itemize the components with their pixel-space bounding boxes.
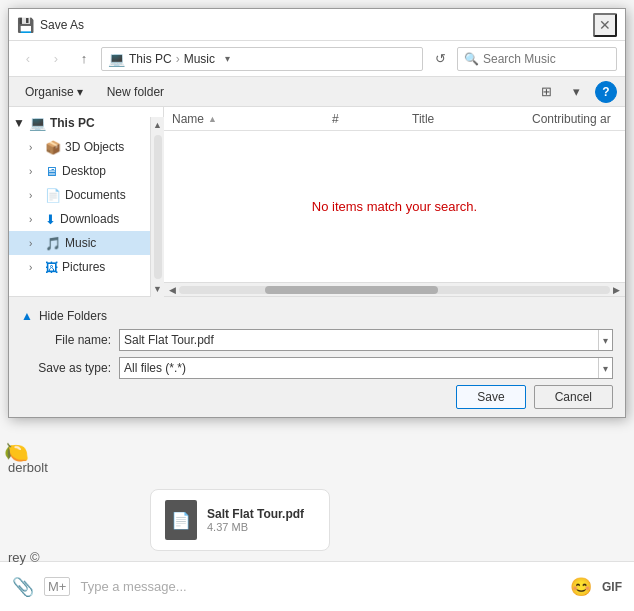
desktop-label: Desktop: [62, 164, 106, 178]
hide-folders-label: Hide Folders: [39, 309, 107, 323]
breadcrumb-part1: This PC: [129, 52, 172, 66]
chat-file-name: Salt Flat Tour.pdf: [207, 507, 304, 521]
music-icon: 🎵: [45, 236, 61, 251]
col-name-label: Name: [172, 112, 204, 126]
col-header-name: Name ▲: [164, 112, 324, 126]
expand-icon-3d: ›: [29, 142, 41, 153]
filename-input[interactable]: [124, 333, 598, 347]
3dobjects-label: 3D Objects: [65, 140, 124, 154]
sidebar-item-documents[interactable]: › 📄 Documents: [9, 183, 163, 207]
title-bar: 💾 Save As ✕: [9, 9, 625, 41]
col-header-num: #: [324, 112, 404, 126]
hscroll-right-arrow[interactable]: ▶: [610, 285, 623, 295]
savetype-label: Save as type:: [21, 361, 111, 375]
vscroll-track: [154, 135, 162, 279]
hide-folders-icon: ▲: [21, 309, 33, 323]
sidebar-label-rey: rey ©: [0, 550, 40, 565]
sidebar-item-downloads[interactable]: › ⬇ Downloads: [9, 207, 163, 231]
savetype-input[interactable]: [124, 361, 598, 375]
music-label: Music: [65, 236, 96, 250]
buttons-row: Save Cancel: [21, 385, 613, 409]
attachment-icon[interactable]: 📎: [12, 576, 34, 598]
vscroll-up-arrow[interactable]: ▲: [153, 117, 162, 133]
file-sidebar: ▲ ▼ ▼ 💻 This PC › 📦 3D Objects › 🖥 Deskt…: [9, 107, 164, 296]
organise-toolbar: Organise ▾ New folder ⊞ ▾ ?: [9, 77, 625, 107]
savetype-row: Save as type: ▾: [21, 357, 613, 379]
view-dropdown-button[interactable]: ▾: [565, 81, 587, 103]
expand-icon-thispc: ▼: [13, 116, 25, 130]
expand-icon-pictures: ›: [29, 262, 41, 273]
file-area: Name ▲ # Title Contributing ar No items …: [164, 107, 625, 296]
up-button[interactable]: ↑: [73, 48, 95, 70]
col-num-label: #: [332, 112, 339, 126]
sidebar-section-thispc[interactable]: ▼ 💻 This PC: [9, 111, 163, 135]
thispc-label: This PC: [50, 116, 95, 130]
hscroll-track: [179, 286, 610, 294]
dialog-title-icon: 💾: [17, 17, 34, 33]
dialog-title: Save As: [40, 18, 593, 32]
sidebar-item-desktop[interactable]: › 🖥 Desktop: [9, 159, 163, 183]
downloads-label: Downloads: [60, 212, 119, 226]
sidebar-item-pictures[interactable]: › 🖼 Pictures: [9, 255, 163, 279]
gif-icon[interactable]: GIF: [602, 580, 622, 594]
expand-icon-downloads: ›: [29, 214, 41, 225]
back-button[interactable]: ‹: [17, 48, 39, 70]
hscroll-left-arrow[interactable]: ◀: [166, 285, 179, 295]
organise-dropdown-icon: ▾: [77, 85, 83, 99]
vscroll-down-arrow[interactable]: ▼: [153, 281, 162, 296]
chat-input-bar: 📎 M+ Type a message... 😊 GIF: [0, 561, 634, 611]
hide-folders-row[interactable]: ▲ Hide Folders: [21, 305, 613, 329]
chat-file-info: Salt Flat Tour.pdf 4.37 MB: [207, 507, 304, 533]
savetype-dropdown-arrow[interactable]: ▾: [598, 358, 608, 378]
copyright-icon: ©: [30, 550, 40, 565]
col-header-contrib: Contributing ar: [524, 112, 625, 126]
documents-icon: 📄: [45, 188, 61, 203]
expand-icon-music: ›: [29, 238, 41, 249]
documents-label: Documents: [65, 188, 126, 202]
pictures-icon: 🖼: [45, 260, 58, 275]
sidebar-label-derbolt: derbolt: [0, 460, 48, 475]
organise-button[interactable]: Organise ▾: [17, 81, 91, 103]
close-button[interactable]: ✕: [593, 13, 617, 37]
new-folder-button[interactable]: New folder: [99, 81, 172, 103]
chat-input[interactable]: Type a message...: [80, 579, 560, 594]
hscrollbar[interactable]: ◀ ▶: [164, 282, 625, 296]
breadcrumb-pc-icon: 💻: [108, 51, 125, 67]
chat-file-bubble: 📄 Salt Flat Tour.pdf 4.37 MB: [150, 489, 330, 551]
sidebar-item-music[interactable]: › 🎵 Music: [9, 231, 163, 255]
search-input[interactable]: [483, 52, 610, 66]
emoji-icon[interactable]: 😊: [570, 576, 592, 598]
dialog-bottom: ▲ Hide Folders File name: ▾ Save as type…: [9, 296, 625, 417]
format-icon[interactable]: M+: [44, 577, 70, 596]
thispc-icon: 💻: [29, 115, 46, 131]
view-button[interactable]: ⊞: [535, 81, 557, 103]
file-empty-message: No items match your search.: [164, 131, 625, 282]
col-title-label: Title: [412, 112, 434, 126]
sort-icon: ▲: [208, 114, 217, 124]
hscroll-thumb: [265, 286, 437, 294]
empty-text: No items match your search.: [312, 199, 477, 214]
sidebar-item-3dobjects[interactable]: › 📦 3D Objects: [9, 135, 163, 159]
file-icon: 📄: [165, 500, 197, 540]
vscrollbar[interactable]: ▲ ▼: [150, 117, 164, 296]
breadcrumb-sep1: ›: [176, 52, 180, 66]
refresh-button[interactable]: ↺: [429, 48, 451, 70]
rey-label: rey: [8, 550, 26, 565]
breadcrumb: 💻 This PC › Music ▾: [101, 47, 423, 71]
file-header: Name ▲ # Title Contributing ar: [164, 107, 625, 131]
search-box: 🔍: [457, 47, 617, 71]
expand-icon-docs: ›: [29, 190, 41, 201]
breadcrumb-part2: Music: [184, 52, 215, 66]
help-button[interactable]: ?: [595, 81, 617, 103]
breadcrumb-dropdown-button[interactable]: ▾: [219, 47, 235, 71]
desktop-icon: 🖥: [45, 164, 58, 179]
save-button[interactable]: Save: [456, 385, 525, 409]
col-header-title: Title: [404, 112, 524, 126]
cancel-button[interactable]: Cancel: [534, 385, 613, 409]
filename-input-wrap: ▾: [119, 329, 613, 351]
main-content: ▲ ▼ ▼ 💻 This PC › 📦 3D Objects › 🖥 Deskt…: [9, 107, 625, 296]
forward-button[interactable]: ›: [45, 48, 67, 70]
filename-dropdown-arrow[interactable]: ▾: [598, 330, 608, 350]
savetype-input-wrap: ▾: [119, 357, 613, 379]
filename-row: File name: ▾: [21, 329, 613, 351]
